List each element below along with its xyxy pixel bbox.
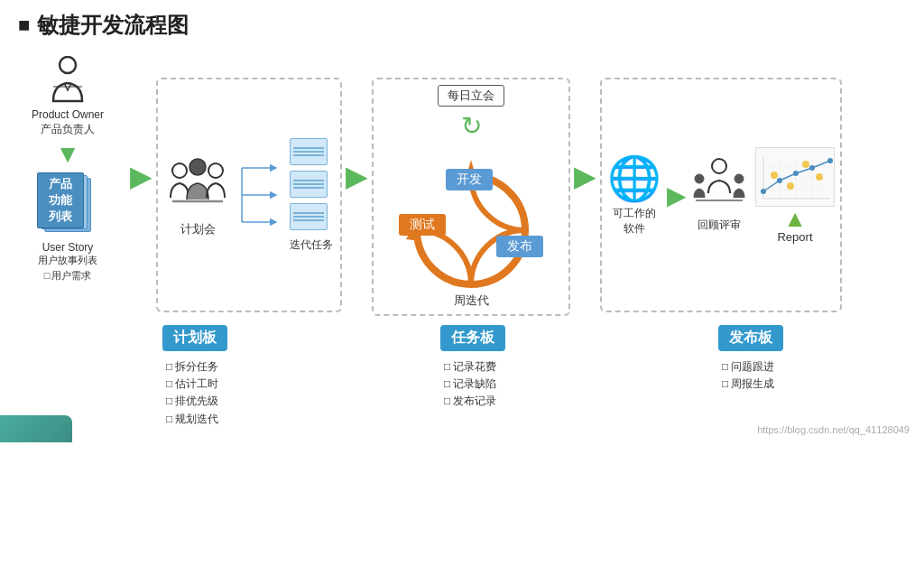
task-arrows	[237, 159, 282, 231]
sprint-cycle-section: 每日立会 ↻	[372, 78, 570, 316]
task-list-items: 迭代任务	[290, 138, 333, 253]
doc-label3: 列表	[49, 209, 72, 225]
team-meeting-group: 计划会	[165, 153, 230, 237]
team-icon	[165, 153, 230, 218]
sprint-planning-section: 计划会	[156, 78, 342, 312]
user-story-label2: 用户故事列表	[38, 254, 97, 267]
product-owner-label1: Product Owner	[32, 108, 104, 123]
review-label: 回顾评审	[698, 218, 741, 233]
sprint-cycle: 开发 测试 发布	[390, 144, 552, 298]
report-chart	[755, 147, 835, 207]
review-group: 回顾评审	[692, 157, 746, 233]
release-board-label: 发布板	[718, 325, 783, 358]
doc-label1: 产品	[49, 176, 72, 192]
svg-point-2	[189, 159, 206, 175]
arrow-right-1: ▶	[130, 159, 152, 193]
down-arrow-1: ▼	[55, 140, 80, 169]
plan-board-label: 计划板	[162, 325, 227, 358]
title-area: ■ 敏捷开发流程图	[0, 0, 924, 45]
svg-point-38	[802, 161, 809, 168]
report-group: ▲ Report	[755, 147, 835, 244]
release-board-panel: 发布板 问题跟进 周报生成	[709, 320, 906, 433]
svg-text:发布: 发布	[507, 238, 532, 253]
globe-icon: 🌐	[607, 153, 661, 204]
arrow-right-2: ▶	[346, 159, 368, 193]
watermark: https://blog.csdn.net/qq_41128049	[757, 424, 910, 435]
svg-point-39	[816, 173, 823, 181]
svg-point-19	[712, 159, 726, 173]
svg-text:开发: 开发	[457, 172, 482, 186]
plan-item-1: 拆分任务	[166, 358, 218, 376]
iteration-tasks-label: 迭代任务	[290, 237, 333, 253]
plan-item-3: 排优先级	[166, 393, 218, 410]
title-square: ■	[18, 14, 30, 37]
task-board-panel: 任务板 记录花费 记录缺陷 发布记录	[431, 320, 628, 433]
task-item-1: 记录花费	[444, 358, 496, 376]
arrow-right-3: ▶	[574, 159, 596, 193]
up-arrow-report: ▲	[783, 207, 807, 230]
plan-board-items: 拆分任务 估计工时 排优先级 规划迭代	[162, 358, 218, 428]
review-icon	[692, 157, 746, 216]
svg-point-33	[793, 171, 799, 176]
svg-point-35	[827, 158, 833, 163]
main-title: 敏捷开发流程图	[37, 11, 189, 40]
daily-standup-box: 每日立会	[438, 85, 504, 107]
task-board-label: 任务板	[440, 325, 505, 358]
doc-label2: 功能	[49, 192, 72, 209]
plan-meeting-label: 计划会	[180, 221, 216, 237]
svg-point-31	[761, 189, 766, 194]
page-container: ■ 敏捷开发流程图	[0, 0, 924, 585]
output-section: 🌐 可工作的 软件 ▶	[600, 78, 842, 312]
svg-point-3	[208, 163, 223, 178]
svg-point-21	[735, 174, 744, 183]
release-item-2: 周报生成	[722, 376, 774, 393]
doc-stack: 产品 功能 列表	[37, 172, 98, 237]
corner-decoration	[0, 415, 72, 442]
svg-point-37	[787, 182, 794, 190]
plan-item-2: 估计工时	[166, 376, 218, 393]
svg-point-0	[60, 57, 76, 73]
report-label: Report	[777, 230, 812, 244]
release-board-items: 问题跟进 周报生成	[718, 358, 774, 393]
product-owner-column: Product Owner 产品负责人 ▼ 产品 功能 列表 User S	[9, 51, 126, 288]
diagram-wrapper: Product Owner 产品负责人 ▼ 产品 功能 列表 User S	[0, 45, 924, 442]
svg-point-34	[809, 165, 815, 171]
svg-point-1	[172, 163, 187, 178]
globe-group: 🌐 可工作的 软件	[607, 153, 661, 237]
task-item-3: 发布记录	[444, 393, 496, 410]
user-story-label1: User Story	[42, 241, 94, 254]
task-board-items: 记录花费 记录缺陷 发布记录	[440, 358, 496, 411]
task-item-2: 记录缺陷	[444, 376, 496, 393]
working-software-label: 可工作的 软件	[613, 206, 656, 237]
svg-point-20	[695, 174, 704, 183]
checkbox-user-req: □用户需求	[44, 269, 92, 283]
plan-board-panel: 计划板 拆分任务 估计工时 排优先级 规划迭代	[153, 320, 350, 433]
refresh-icon: ↻	[461, 114, 482, 139]
person-icon	[46, 56, 89, 107]
product-owner-label2: 产品负责人	[41, 123, 95, 137]
bottom-panels: 计划板 拆分任务 估计工时 排优先级 规划迭代 任务板 记录花费 记录缺陷 发布…	[9, 316, 915, 437]
svg-text:测试: 测试	[410, 217, 435, 231]
plan-item-4: 规划迭代	[166, 411, 218, 428]
arrow-right-4: ▶	[667, 181, 687, 210]
svg-point-36	[771, 172, 778, 179]
svg-point-32	[777, 178, 782, 183]
release-item-1: 问题跟进	[722, 358, 774, 376]
